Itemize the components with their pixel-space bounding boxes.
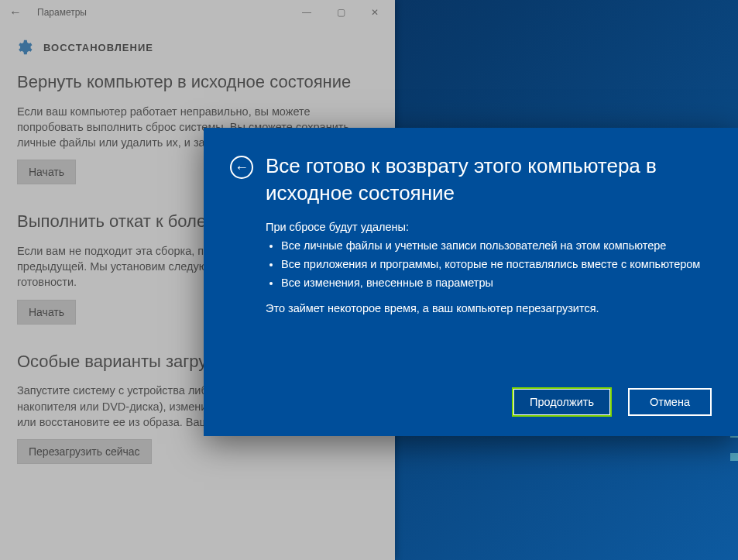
dialog-bullet-list: Все личные файлы и учетные записи пользо… (266, 238, 712, 291)
titlebar: ← Параметры — ▢ ✕ (0, 0, 395, 25)
minimize-button[interactable]: — (290, 0, 324, 25)
gear-icon (15, 39, 33, 56)
window-title: Параметры (28, 7, 290, 18)
dialog-back-button[interactable]: ← (230, 156, 253, 179)
dialog-bullet: Все изменения, внесенные в параметры (281, 275, 712, 291)
dialog-buttons: Продолжить Отмена (230, 388, 712, 416)
reset-start-button[interactable]: Начать (17, 160, 76, 184)
titlebar-back-button[interactable]: ← (3, 5, 28, 19)
cancel-button[interactable]: Отмена (628, 388, 712, 416)
continue-button[interactable]: Продолжить (513, 388, 611, 416)
close-button[interactable]: ✕ (358, 0, 392, 25)
advanced-restart-button[interactable]: Перезагрузить сейчас (17, 439, 152, 464)
arrow-left-icon: ← (235, 160, 249, 174)
window-controls: — ▢ ✕ (290, 0, 392, 25)
dialog-title: Все готово к возврату этого компьютера в… (266, 153, 712, 207)
page-title: ВОССТАНОВЛЕНИЕ (43, 42, 153, 53)
dialog-note: Это займет некоторое время, а ваш компью… (266, 302, 712, 314)
reset-confirm-dialog: ← Все готово к возврату этого компьютера… (204, 128, 738, 436)
maximize-button[interactable]: ▢ (324, 0, 358, 25)
page-header: ВОССТАНОВЛЕНИЕ (0, 25, 395, 64)
section-reset-heading: Вернуть компьютер в исходное состояние (17, 71, 378, 93)
dialog-intro: При сбросе будут удалены: (266, 221, 712, 233)
dialog-header: ← Все готово к возврату этого компьютера… (230, 153, 712, 207)
rollback-start-button[interactable]: Начать (17, 300, 76, 325)
dialog-bullet: Все приложения и программы, которые не п… (281, 256, 712, 273)
dialog-body: При сбросе будут удалены: Все личные фай… (266, 221, 712, 314)
dialog-bullet: Все личные файлы и учетные записи пользо… (281, 238, 712, 254)
